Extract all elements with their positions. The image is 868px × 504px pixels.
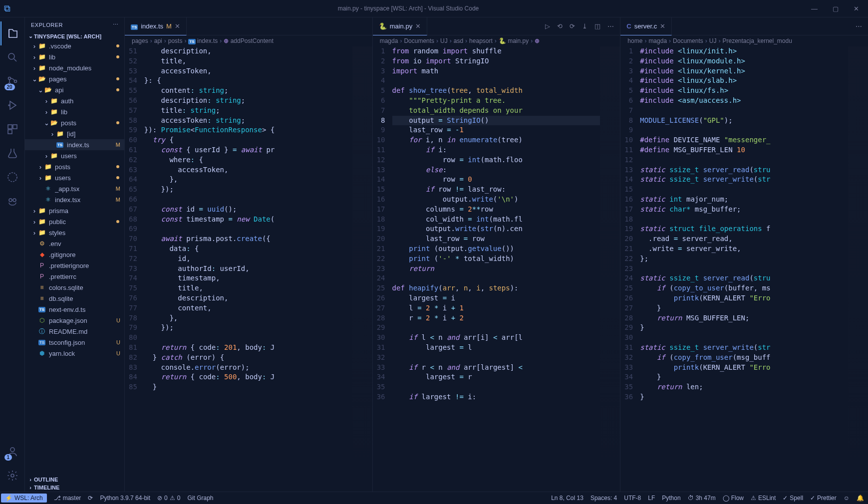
- breadcrumb[interactable]: home›magda›Documents›UJ›Prezentacja_kern…: [620, 35, 868, 46]
- testing-activity[interactable]: [0, 141, 24, 165]
- code-editor[interactable]: 1234567891011121314151617181920212223242…: [620, 46, 868, 492]
- feedback-icon[interactable]: ☺: [844, 495, 850, 502]
- tree-item[interactable]: ›📁posts: [25, 161, 124, 172]
- tree-item[interactable]: ≡colors.sqlite: [25, 282, 124, 293]
- settings-activity[interactable]: [0, 464, 24, 488]
- timer-activity[interactable]: [0, 165, 24, 189]
- tree-item[interactable]: ⬡package.jsonU: [25, 315, 124, 326]
- remote-indicator[interactable]: ⚡ WSL: Arch: [1, 494, 47, 503]
- file-icon: TS: [38, 305, 46, 313]
- close-tab-icon[interactable]: ✕: [175, 22, 180, 30]
- tree-item[interactable]: ›📁public: [25, 216, 124, 227]
- tree-item[interactable]: ›📁lib: [25, 51, 124, 62]
- tree-item[interactable]: ⌄📂posts: [25, 117, 124, 128]
- svg-point-4: [8, 105, 9, 106]
- eslint[interactable]: ⚠ ESLint: [751, 495, 776, 502]
- modified-dot-icon: [116, 220, 119, 223]
- breadcrumb[interactable]: pages›api›posts›TS index.ts›⊕ addPostCon…: [125, 35, 372, 46]
- tree-item[interactable]: ›📁lib: [25, 106, 124, 117]
- run-icon[interactable]: ▷: [545, 22, 550, 30]
- editor-tab[interactable]: C server.c ✕: [620, 17, 672, 35]
- minimap[interactable]: [848, 46, 868, 492]
- svg-point-12: [11, 474, 14, 477]
- problems[interactable]: ⊘ 0 ⚠ 0: [157, 495, 180, 502]
- breadcrumb[interactable]: magda›Documents›UJ›asd›heapsort›🐍 main.p…: [373, 35, 620, 46]
- accounts-activity[interactable]: 1: [0, 440, 24, 464]
- folder-icon: 📂: [50, 119, 58, 127]
- tree-item[interactable]: ›📁auth: [25, 95, 124, 106]
- eol[interactable]: LF: [648, 495, 655, 502]
- wakatime[interactable]: ⏱ 3h 47m: [688, 495, 716, 502]
- prettier[interactable]: ✓ Prettier: [810, 495, 837, 502]
- tree-item[interactable]: ◆.gitignore: [25, 249, 124, 260]
- tree-item[interactable]: ›📁prisma: [25, 205, 124, 216]
- step2-icon[interactable]: ⟳: [570, 22, 575, 30]
- folder-icon: 📁: [44, 163, 52, 171]
- debug-icon[interactable]: ⤓: [582, 22, 587, 30]
- git-graph[interactable]: Git Graph: [187, 495, 213, 502]
- notifications-icon[interactable]: 🔔: [857, 495, 864, 502]
- split-icon[interactable]: ◫: [594, 22, 600, 30]
- file-tree: ›📁.vscode›📁lib›📁node_modules⌄📂pages⌄📂api…: [25, 40, 124, 476]
- file-icon: ⬢: [38, 349, 46, 357]
- extensions-activity[interactable]: [0, 117, 24, 141]
- git-branch[interactable]: ⎇ master: [54, 495, 81, 502]
- close-button[interactable]: ✕: [849, 3, 864, 14]
- code-editor[interactable]: 1234567891011121314151617181920212223242…: [373, 46, 620, 492]
- tree-item[interactable]: P.prettierignore: [25, 260, 124, 271]
- language-mode[interactable]: Python: [662, 495, 680, 502]
- close-tab-icon[interactable]: ✕: [415, 22, 421, 30]
- timeline-header[interactable]: ›TIMELINE: [25, 484, 124, 492]
- explorer-activity[interactable]: [0, 21, 24, 45]
- python-interpreter[interactable]: Python 3.9.7 64-bit: [100, 495, 150, 502]
- tree-item[interactable]: ⌄📂api: [25, 84, 124, 95]
- tree-item[interactable]: ⌄📂pages: [25, 73, 124, 84]
- tree-item[interactable]: ≡db.sqlite: [25, 293, 124, 304]
- tree-item[interactable]: ›📁styles: [25, 227, 124, 238]
- editor-pane: C server.c ✕ ⋯home›magda›Documents›UJ›Pr…: [620, 17, 868, 492]
- tree-item[interactable]: ›📁users: [25, 172, 124, 183]
- minimize-button[interactable]: —: [806, 3, 823, 14]
- more-icon[interactable]: ⋯: [856, 22, 862, 30]
- code-content[interactable]: from random import shufflefrom io import…: [392, 46, 600, 492]
- tree-item[interactable]: P.prettierrc: [25, 271, 124, 282]
- editor-pane: TS index.ts M ✕ pages›api›posts›TS index…: [125, 17, 373, 492]
- editor-tab[interactable]: 🐍 main.py ✕: [373, 17, 428, 35]
- scm-activity[interactable]: 20: [0, 69, 24, 93]
- flow[interactable]: ◯ Flow: [723, 495, 744, 502]
- modified-dot-icon: [116, 55, 119, 58]
- cursor-position[interactable]: Ln 8, Col 13: [551, 495, 583, 502]
- sync-button[interactable]: ⟳: [88, 495, 93, 502]
- minimap[interactable]: [352, 46, 372, 492]
- encoding[interactable]: UTF-8: [624, 495, 641, 502]
- code-content[interactable]: #include <linux/init.h>#include <linux/m…: [640, 46, 848, 492]
- search-activity[interactable]: [0, 45, 24, 69]
- workspace-header[interactable]: ⌄TINYSPACE [WSL: ARCH]: [25, 32, 124, 40]
- spell[interactable]: ✓ Spell: [783, 495, 803, 502]
- tree-item[interactable]: ›📁[id]: [25, 128, 124, 139]
- minimap[interactable]: [600, 46, 620, 492]
- tree-item[interactable]: TStsconfig.jsonU: [25, 337, 124, 348]
- tree-item[interactable]: ⚙.env: [25, 238, 124, 249]
- close-tab-icon[interactable]: ✕: [660, 22, 665, 30]
- step-icon[interactable]: ⟲: [557, 22, 563, 30]
- copilot-activity[interactable]: [0, 189, 24, 213]
- tree-item[interactable]: ›📁users: [25, 150, 124, 161]
- tree-item[interactable]: TSnext-env.d.ts: [25, 304, 124, 315]
- tree-item[interactable]: TSindex.tsM: [25, 139, 124, 150]
- code-editor[interactable]: 5152535455565758596061626364656667686970…: [125, 46, 372, 492]
- tree-item[interactable]: ⓘREADME.md: [25, 326, 124, 337]
- more-icon[interactable]: ⋯: [607, 22, 614, 30]
- tree-item[interactable]: ›📁node_modules: [25, 62, 124, 73]
- tree-item[interactable]: ⚛index.tsxM: [25, 194, 124, 205]
- indentation[interactable]: Spaces: 4: [590, 495, 617, 502]
- maximize-button[interactable]: ▢: [828, 3, 844, 14]
- sidebar-more-icon[interactable]: ⋯: [113, 21, 119, 28]
- editor-tab[interactable]: TS index.ts M ✕: [125, 17, 187, 35]
- code-content[interactable]: description, title, accessToken,}: { con…: [144, 46, 352, 492]
- outline-header[interactable]: ›OUTLINE: [25, 476, 124, 484]
- tree-item[interactable]: ⬢yarn.lockU: [25, 348, 124, 359]
- debug-activity[interactable]: [0, 93, 24, 117]
- tree-item[interactable]: ⚛_app.tsxM: [25, 183, 124, 194]
- tree-item[interactable]: ›📁.vscode: [25, 40, 124, 51]
